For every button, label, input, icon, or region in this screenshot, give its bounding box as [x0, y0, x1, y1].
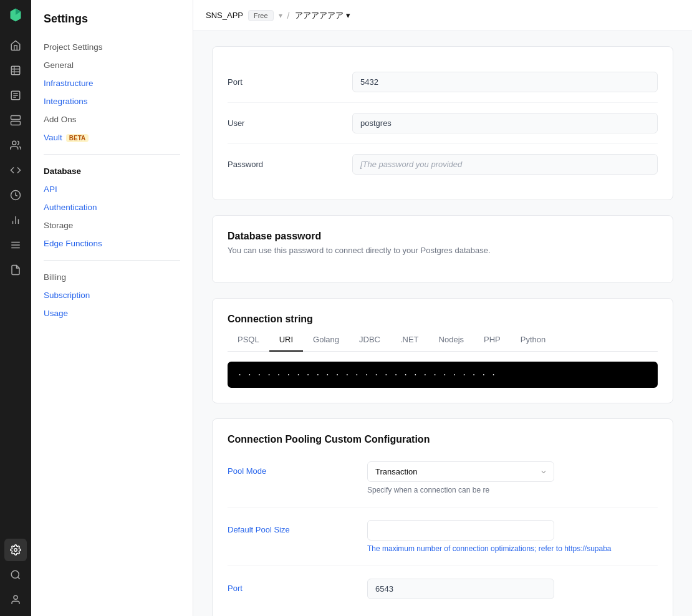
sidebar-item-api[interactable]: API [31, 180, 193, 198]
nav-title: Settings [31, 12, 193, 38]
connection-string-body: Connection string PSQL URI Golang JDBC .… [213, 299, 673, 403]
db-password-card: Database password You can use this passw… [212, 215, 673, 283]
top-bar: SNS_APP Free ▾ / アアアアアア ▾ [193, 0, 692, 31]
user-row: User postgres [228, 103, 658, 144]
nav-settings-icon[interactable] [4, 539, 27, 561]
nav-storage-icon[interactable] [4, 109, 27, 132]
svg-rect-8 [11, 116, 21, 120]
icon-sidebar [0, 0, 31, 616]
pool-mode-label: Pool Mode [228, 461, 352, 476]
breadcrumb-separator: / [287, 11, 290, 21]
nav-logs-icon[interactable] [4, 234, 27, 256]
connection-info-body: Port 5432 User postgres Password [The pa… [213, 47, 673, 200]
db-password-body: Database password You can use this passw… [213, 216, 673, 282]
connection-pooling-body: Connection Pooling Custom Configuration … [213, 419, 673, 616]
nav-table-icon[interactable] [4, 59, 27, 82]
connection-string-tabs: PSQL URI Golang JDBC .NET Nodejs PHP Pyt… [228, 329, 658, 352]
svg-point-21 [11, 570, 19, 578]
svg-point-12 [12, 141, 16, 145]
sidebar-item-storage[interactable]: Storage [31, 216, 193, 234]
svg-point-23 [14, 595, 17, 599]
nav-docs-icon[interactable] [4, 259, 27, 281]
main-content: SNS_APP Free ▾ / アアアアアア ▾ Port 5432 User… [193, 0, 692, 616]
tab-php[interactable]: PHP [474, 329, 511, 352]
pool-port-row: Port 6543 [228, 566, 658, 612]
password-value: [The password you provided [352, 154, 658, 175]
tab-uri[interactable]: URI [269, 329, 303, 352]
pool-mode-col: Transaction Session Statement Specify wh… [367, 461, 658, 494]
sidebar-item-usage[interactable]: Usage [31, 304, 193, 322]
svg-line-22 [17, 577, 19, 579]
left-nav: Settings Project Settings General Infras… [31, 0, 193, 616]
pool-port-value: 6543 [367, 579, 554, 599]
default-pool-size-row: Default Pool Size The maximum number of … [228, 508, 658, 566]
nav-divider-1 [44, 154, 180, 155]
branch-chevron-icon: ▾ [346, 11, 350, 20]
port-row: Port 5432 [228, 62, 658, 103]
sidebar-item-infrastructure[interactable]: Infrastructure [31, 74, 193, 92]
sidebar-item-vault[interactable]: VaultBETA [31, 128, 193, 147]
nav-section-project: Project Settings General Infrastructure … [31, 38, 193, 147]
tab-nodejs[interactable]: Nodejs [429, 329, 474, 352]
connection-string-code: · · · · · · · · · · · · · · · · · · · · … [228, 362, 658, 388]
nav-reports-icon[interactable] [4, 209, 27, 231]
sidebar-item-edge-functions[interactable]: Edge Functions [31, 234, 193, 253]
logo-icon[interactable] [8, 7, 23, 24]
sidebar-item-general[interactable]: General [31, 56, 193, 74]
sidebar-item-project-settings[interactable]: Project Settings [31, 38, 193, 56]
tab-dotnet[interactable]: .NET [390, 329, 429, 352]
default-pool-size-hint: The maximum number of connection optimiz… [367, 544, 658, 553]
connection-pooling-title: Connection Pooling Custom Configuration [228, 434, 658, 445]
app-chevron-icon: ▾ [279, 11, 282, 20]
password-row: Password [The password you provided [228, 144, 658, 185]
port-label: Port [228, 77, 352, 87]
svg-rect-0 [11, 66, 20, 75]
vault-beta-badge: BETA [66, 134, 89, 142]
nav-auth-icon[interactable] [4, 134, 27, 156]
nav-section-billing: Billing Subscription Usage [31, 268, 193, 322]
svg-point-20 [14, 549, 17, 552]
content-area: Port 5432 User postgres Password [The pa… [193, 31, 692, 616]
branch-name: アアアアアア ▾ [295, 10, 350, 21]
db-password-subtitle: You can use this password to connect dir… [228, 246, 658, 255]
sidebar-item-subscription[interactable]: Subscription [31, 286, 193, 304]
user-label: User [228, 118, 352, 128]
nav-divider-2 [44, 260, 180, 261]
nav-realtime-icon[interactable] [4, 184, 27, 206]
user-value: postgres [352, 113, 658, 133]
pool-mode-row: Pool Mode Transaction Session Statement … [228, 449, 658, 508]
password-label: Password [228, 160, 352, 169]
sidebar-item-integrations[interactable]: Integrations [31, 92, 193, 110]
tab-psql[interactable]: PSQL [228, 329, 269, 352]
search-icon[interactable] [4, 564, 27, 586]
sidebar-item-database[interactable]: Database [31, 162, 193, 180]
db-password-title: Database password [228, 231, 658, 242]
app-name: SNS_APP [206, 11, 243, 20]
connection-info-card: Port 5432 User postgres Password [The pa… [212, 46, 673, 200]
tab-golang[interactable]: Golang [303, 329, 349, 352]
pool-mode-hint: Specify when a connection can be re [367, 486, 658, 494]
connection-string-card: Connection string PSQL URI Golang JDBC .… [212, 298, 673, 403]
nav-section-db: Database API Authentication Storage Edge… [31, 162, 193, 253]
connection-string-title: Connection string [228, 314, 658, 325]
connection-pooling-card: Connection Pooling Custom Configuration … [212, 418, 673, 616]
sidebar-item-add-ons[interactable]: Add Ons [31, 110, 193, 128]
default-pool-size-col: The maximum number of connection optimiz… [367, 520, 658, 553]
nav-editor-icon[interactable] [4, 84, 27, 107]
port-value: 5432 [352, 72, 658, 92]
default-pool-size-input[interactable] [367, 520, 554, 541]
default-pool-size-label: Default Pool Size [228, 520, 352, 534]
tab-jdbc[interactable]: JDBC [349, 329, 390, 352]
nav-functions-icon[interactable] [4, 159, 27, 181]
tab-python[interactable]: Python [511, 329, 555, 352]
plan-badge: Free [248, 10, 274, 21]
pool-mode-select[interactable]: Transaction Session Statement [367, 461, 554, 482]
user-icon[interactable] [4, 589, 27, 611]
pool-port-label: Port [228, 579, 352, 593]
svg-rect-9 [11, 122, 21, 125]
nav-home-icon[interactable] [4, 34, 27, 57]
pool-port-col: 6543 [367, 579, 658, 599]
sidebar-item-billing[interactable]: Billing [31, 268, 193, 286]
sidebar-item-authentication[interactable]: Authentication [31, 198, 193, 216]
